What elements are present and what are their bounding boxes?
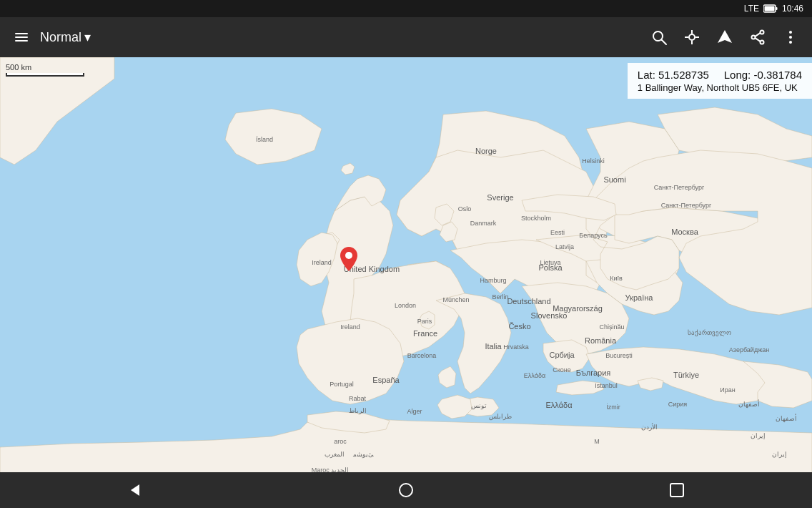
share-icon bbox=[749, 29, 766, 46]
svg-point-85 bbox=[345, 252, 352, 259]
svg-text:Ελλάδα: Ελλάδα bbox=[524, 372, 545, 379]
map-type-selector[interactable]: Normal ▾ bbox=[40, 29, 91, 45]
bottom-nav bbox=[0, 472, 812, 508]
svg-rect-88 bbox=[670, 484, 683, 497]
svg-text:Ireland: Ireland bbox=[312, 259, 332, 266]
svg-text:أصفهان: أصفهان bbox=[738, 399, 760, 409]
home-button[interactable] bbox=[377, 474, 435, 506]
svg-text:България: България bbox=[576, 368, 611, 377]
map-container[interactable]: Ísland bbox=[0, 57, 812, 479]
share-button[interactable] bbox=[742, 21, 773, 53]
search-button[interactable] bbox=[643, 21, 675, 53]
svg-text:Helsinki: Helsinki bbox=[582, 157, 605, 165]
scale-label: 500 km bbox=[6, 63, 31, 72]
svg-text:Київ: Київ bbox=[610, 275, 623, 282]
svg-text:Istanbul: Istanbul bbox=[595, 382, 618, 389]
svg-text:Санкт-Петербург: Санкт-Петербург bbox=[654, 184, 705, 191]
svg-text:Danmark: Danmark bbox=[470, 220, 497, 227]
svg-line-14 bbox=[756, 33, 761, 36]
svg-text:ﺊﻳﻮﺸﻣ: ﺊﻳﻮﺸﻣ bbox=[352, 451, 374, 459]
menu-button[interactable] bbox=[6, 21, 37, 53]
map-pin bbox=[340, 247, 357, 274]
svg-text:Rabat: Rabat bbox=[349, 395, 367, 402]
svg-text:Иран: Иран bbox=[720, 386, 735, 394]
svg-text:المغرب: المغرب bbox=[325, 451, 345, 459]
svg-text:France: France bbox=[413, 329, 437, 338]
status-bar: LTE 10:46 bbox=[0, 0, 812, 17]
more-options-button[interactable] bbox=[775, 21, 806, 53]
svg-text:إيران: إيران bbox=[772, 451, 787, 459]
svg-text:München: München bbox=[442, 296, 469, 303]
svg-text:Ireland: Ireland bbox=[340, 323, 360, 331]
svg-text:Suomi: Suomi bbox=[603, 175, 625, 184]
scale-bar: 500 km bbox=[6, 63, 84, 77]
svg-text:Беларусь: Беларусь bbox=[579, 232, 608, 239]
address-display: 1 Ballinger Way, Northolt UB5 6FE, UK bbox=[638, 82, 802, 93]
my-location-button[interactable] bbox=[676, 21, 708, 53]
search-icon bbox=[650, 29, 668, 46]
svg-text:România: România bbox=[585, 336, 617, 345]
svg-point-12 bbox=[752, 36, 756, 39]
svg-text:Barcelona: Barcelona bbox=[407, 352, 437, 359]
svg-text:Portugal: Portugal bbox=[330, 381, 354, 388]
svg-text:إيران: إيران bbox=[751, 432, 766, 440]
svg-text:Alger: Alger bbox=[407, 408, 422, 415]
svg-text:تونس: تونس bbox=[471, 402, 487, 410]
svg-text:طرابلس: طرابلس bbox=[489, 413, 512, 421]
lat-value: Lat: 51.528735 bbox=[638, 69, 709, 81]
svg-text:Сконе: Сконе bbox=[553, 366, 571, 373]
recents-icon bbox=[668, 482, 685, 499]
svg-text:Србија: Србија bbox=[549, 351, 575, 359]
toolbar: Normal ▾ bbox=[0, 17, 812, 57]
svg-text:Paris: Paris bbox=[417, 318, 432, 325]
svg-text:الأردن: الأردن bbox=[641, 423, 658, 431]
location-icon bbox=[683, 29, 700, 46]
signal-indicator: LTE bbox=[744, 4, 759, 14]
svg-text:أصفهان: أصفهان bbox=[776, 414, 797, 423]
toolbar-actions bbox=[643, 21, 806, 53]
navigation-icon bbox=[716, 29, 733, 46]
svg-text:Ísland: Ísland bbox=[256, 136, 273, 143]
svg-marker-86 bbox=[131, 484, 139, 496]
navigation-button[interactable] bbox=[709, 21, 741, 53]
svg-text:Norge: Norge bbox=[475, 147, 497, 155]
svg-text:Berlin: Berlin bbox=[492, 293, 508, 301]
recents-button[interactable] bbox=[648, 474, 705, 506]
svg-text:Polska: Polska bbox=[538, 263, 563, 272]
svg-marker-10 bbox=[718, 30, 732, 43]
svg-text:საქართველო: საქართველო bbox=[688, 329, 731, 337]
more-vert-icon bbox=[782, 29, 799, 46]
svg-point-5 bbox=[689, 34, 695, 40]
svg-line-4 bbox=[662, 40, 667, 45]
location-pin-icon bbox=[340, 247, 357, 271]
svg-point-13 bbox=[761, 41, 764, 44]
svg-text:Україна: Україна bbox=[625, 293, 654, 302]
svg-text:Москва: Москва bbox=[671, 228, 698, 236]
svg-text:Санкт-Петербург: Санкт-Петербург bbox=[661, 202, 712, 209]
svg-point-11 bbox=[761, 31, 764, 34]
map-type-label: Normal bbox=[40, 30, 81, 45]
long-value: Long: -0.381784 bbox=[724, 69, 802, 81]
coordinates-display: Lat: 51.528735 Long: -0.381784 bbox=[638, 69, 802, 81]
scale-line bbox=[6, 73, 84, 77]
svg-text:Magyarország: Magyarország bbox=[553, 304, 603, 313]
svg-text:Türkiye: Türkiye bbox=[673, 371, 699, 379]
svg-text:London: London bbox=[395, 302, 416, 309]
svg-point-16 bbox=[789, 31, 792, 34]
info-overlay: Lat: 51.528735 Long: -0.381784 1 Balling… bbox=[628, 63, 812, 99]
clock: 10:46 bbox=[782, 4, 803, 14]
battery-icon bbox=[763, 4, 778, 13]
map-svg: Ísland bbox=[0, 57, 812, 479]
svg-text:Сирия: Сирия bbox=[668, 401, 688, 408]
svg-text:Latvija: Latvija bbox=[555, 243, 574, 250]
svg-text:Italia: Italia bbox=[485, 342, 502, 351]
svg-line-15 bbox=[756, 38, 761, 41]
svg-text:Chișinău: Chișinău bbox=[599, 323, 624, 331]
svg-point-17 bbox=[789, 36, 792, 39]
svg-text:Stockholm: Stockholm bbox=[521, 215, 551, 222]
home-icon bbox=[397, 482, 415, 499]
svg-text:Азербайджан: Азербайджан bbox=[729, 346, 769, 353]
svg-text:Oslo: Oslo bbox=[458, 205, 472, 213]
svg-text:Česko: Česko bbox=[508, 322, 530, 331]
back-button[interactable] bbox=[107, 474, 164, 506]
